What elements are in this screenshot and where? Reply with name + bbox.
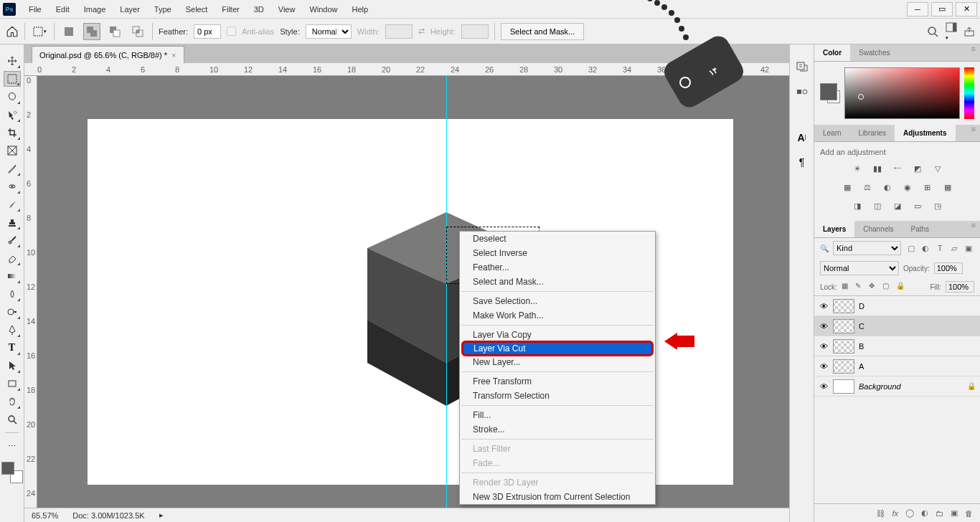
blend-mode-select[interactable]: Normal xyxy=(820,261,899,275)
stamp-tool[interactable] xyxy=(4,214,21,230)
eyedropper-tool[interactable] xyxy=(4,161,21,176)
filter-adjust-icon[interactable]: ◐ xyxy=(920,242,931,254)
threshold-icon[interactable]: ◪ xyxy=(891,199,904,212)
layer-name[interactable]: A xyxy=(859,362,976,371)
layer-thumbnail[interactable] xyxy=(833,379,854,394)
color-picker-field[interactable] xyxy=(844,67,960,119)
menu-image[interactable]: Image xyxy=(77,2,113,16)
paragraph-icon[interactable]: ¶ xyxy=(793,153,811,171)
intersect-selection-icon[interactable] xyxy=(129,23,146,40)
menu-layer[interactable]: Layer xyxy=(113,2,147,16)
context-menu-item[interactable]: Select Inverse xyxy=(460,246,655,260)
layer-row[interactable]: 👁 A xyxy=(814,356,980,376)
context-menu-item[interactable]: Make Work Path... xyxy=(460,308,655,323)
tab-paths[interactable]: Paths xyxy=(903,221,938,237)
tab-adjustments[interactable]: Adjustments xyxy=(895,125,956,141)
visibility-icon[interactable]: 👁 xyxy=(819,362,829,371)
menu-view[interactable]: View xyxy=(271,2,303,16)
lock-position-icon[interactable]: ✥ xyxy=(869,282,879,292)
filter-type-icon[interactable]: T xyxy=(934,242,946,254)
move-tool[interactable] xyxy=(4,53,21,69)
quick-select-tool[interactable] xyxy=(4,107,21,123)
blur-tool[interactable] xyxy=(4,286,21,302)
share-icon[interactable] xyxy=(964,27,974,37)
properties-icon[interactable] xyxy=(793,83,811,100)
hue-icon[interactable]: ▦ xyxy=(841,181,854,194)
new-layer-icon[interactable]: ▣ xyxy=(951,508,958,518)
layer-thumbnail[interactable] xyxy=(833,319,854,333)
vibrance-icon[interactable]: ▽ xyxy=(931,162,944,175)
visibility-icon[interactable]: 👁 xyxy=(819,322,829,331)
lock-transparency-icon[interactable]: ▦ xyxy=(842,282,852,292)
tab-swatches[interactable]: Swatches xyxy=(850,44,898,61)
search-icon[interactable] xyxy=(927,26,938,37)
dodge-tool[interactable] xyxy=(4,304,21,320)
delete-layer-icon[interactable]: 🗑 xyxy=(965,509,973,518)
select-and-mask-button[interactable]: Select and Mask... xyxy=(501,23,585,40)
lookup-icon[interactable]: ▦ xyxy=(941,181,954,194)
layer-row[interactable]: 👁 Background 🔒 xyxy=(814,376,980,397)
rectangle-tool[interactable] xyxy=(4,376,21,392)
close-tab-icon[interactable]: × xyxy=(171,51,176,60)
photo-filter-icon[interactable]: ◉ xyxy=(901,181,914,194)
menu-type[interactable]: Type xyxy=(147,2,179,16)
layer-row[interactable]: 👁 C xyxy=(814,316,980,336)
context-menu-item[interactable]: Fill... xyxy=(460,408,655,422)
exposure-icon[interactable]: ◩ xyxy=(911,162,924,175)
marquee-tool-preset[interactable]: ▾ xyxy=(31,23,48,40)
edit-toolbar[interactable]: ⋯ xyxy=(4,438,21,454)
tab-learn[interactable]: Learn xyxy=(814,125,850,141)
context-menu-item[interactable]: Layer Via Copy xyxy=(460,328,655,342)
path-select-tool[interactable] xyxy=(4,358,21,374)
lock-all-icon[interactable]: 🔒 xyxy=(896,282,906,292)
mixer-icon[interactable]: ⊞ xyxy=(921,181,934,194)
pen-tool[interactable] xyxy=(4,322,21,338)
close-button[interactable]: ✕ xyxy=(956,2,977,16)
menu-3d[interactable]: 3D xyxy=(247,2,271,16)
layer-name[interactable]: D xyxy=(859,302,976,310)
lasso-tool[interactable] xyxy=(4,89,21,105)
link-layers-icon[interactable]: ⛓ xyxy=(877,509,885,518)
menu-filter[interactable]: Filter xyxy=(215,2,246,16)
layer-row[interactable]: 👁 D xyxy=(814,296,980,316)
context-menu-item[interactable]: Select and Mask... xyxy=(460,275,655,289)
context-menu-item[interactable]: Save Selection... xyxy=(460,294,655,308)
color-swatch-tool[interactable] xyxy=(1,462,23,483)
context-menu-item[interactable]: Stroke... xyxy=(460,422,655,437)
visibility-icon[interactable]: 👁 xyxy=(819,342,829,351)
visibility-icon[interactable]: 👁 xyxy=(819,382,829,391)
vertical-guide[interactable] xyxy=(446,76,447,508)
zoom-level[interactable]: 65.57% xyxy=(32,511,58,520)
zoom-tool[interactable] xyxy=(4,412,21,427)
layer-fx-icon[interactable]: fx xyxy=(892,509,898,518)
brightness-icon[interactable]: ☀ xyxy=(851,162,864,175)
layer-row[interactable]: 👁 B xyxy=(814,336,980,356)
eraser-tool[interactable] xyxy=(4,250,21,266)
context-menu-item[interactable]: New 3D Extrusion from Current Selection xyxy=(460,490,655,504)
selective-icon[interactable]: ◳ xyxy=(931,199,944,212)
panel-menu-icon[interactable]: ≡ xyxy=(967,125,980,141)
menu-edit[interactable]: Edit xyxy=(49,2,77,16)
status-arrow-icon[interactable]: ▸ xyxy=(159,511,164,520)
doc-info[interactable]: Doc: 3.00M/1023.5K xyxy=(72,511,144,520)
layer-mask-icon[interactable]: ◯ xyxy=(905,508,914,518)
lock-artboard-icon[interactable]: ▢ xyxy=(882,282,892,292)
frame-tool[interactable] xyxy=(4,143,21,158)
levels-icon[interactable]: ▮▮ xyxy=(871,162,884,175)
posterize-icon[interactable]: ◫ xyxy=(871,199,884,212)
foreground-color-swatch[interactable] xyxy=(820,83,837,100)
group-icon[interactable]: 🗀 xyxy=(936,509,943,518)
style-select[interactable]: Normal xyxy=(306,24,352,39)
brush-tool[interactable] xyxy=(4,196,21,212)
tab-layers[interactable]: Layers xyxy=(814,221,854,237)
document-tab[interactable]: Original.psd @ 65.6% (C, RGB/8#) * × xyxy=(32,46,184,63)
context-menu-item[interactable]: Free Transform xyxy=(460,374,655,389)
filter-shape-icon[interactable]: ▱ xyxy=(948,242,960,254)
curves-icon[interactable]: ⬳ xyxy=(891,162,904,175)
lock-pixels-icon[interactable]: ✎ xyxy=(855,282,865,292)
menu-file[interactable]: File xyxy=(22,2,49,16)
visibility-icon[interactable]: 👁 xyxy=(819,302,829,310)
context-menu-item[interactable]: Transform Selection xyxy=(460,389,655,403)
context-menu-item[interactable]: New Layer... xyxy=(460,355,655,369)
history-brush-tool[interactable] xyxy=(4,232,21,248)
